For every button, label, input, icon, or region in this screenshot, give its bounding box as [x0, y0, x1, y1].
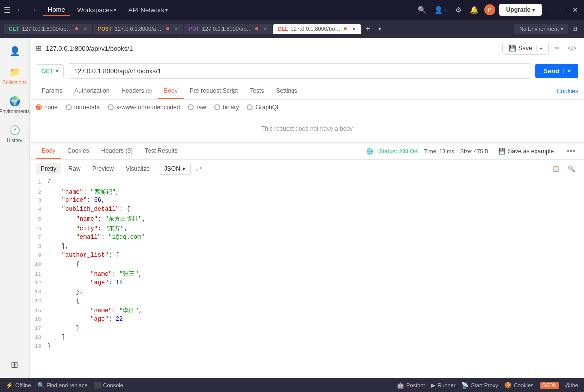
more-options-icon[interactable]: •••: [564, 146, 578, 157]
console-button[interactable]: ⬛ Console: [94, 382, 123, 389]
tab-dot-2: [255, 27, 258, 30]
close-tab-2[interactable]: ✕: [263, 26, 267, 32]
save-label: Save: [518, 45, 532, 52]
cookies-button[interactable]: 🍪 Cookies: [504, 382, 534, 389]
profile-icon[interactable]: P: [484, 4, 495, 15]
response-tab-cookies[interactable]: Cookies: [61, 143, 95, 159]
method-label-1: POST: [98, 26, 112, 32]
tab-settings[interactable]: Settings: [270, 83, 303, 99]
hamburger-icon[interactable]: ☰: [4, 5, 11, 15]
json-format-selector[interactable]: JSON ▾: [159, 163, 191, 175]
nav-tab-workspaces[interactable]: Workspaces ▾: [72, 4, 121, 16]
sidebar-item-collections[interactable]: 📁 Collections: [2, 63, 28, 90]
upgrade-button[interactable]: Upgrade ▾: [499, 4, 542, 16]
request-tab-0[interactable]: GET 127.0.0.1:8000/api/v1/b ✕: [4, 24, 92, 34]
nav-tab-home[interactable]: Home: [43, 4, 70, 16]
forward-button[interactable]: →: [28, 4, 40, 15]
user-badge: @the: [565, 382, 578, 388]
response-tab-test-results[interactable]: Test Results: [139, 143, 183, 159]
copy-icon[interactable]: 📋: [549, 163, 563, 174]
close-tab-3[interactable]: ✕: [352, 26, 356, 32]
body-option-form-data[interactable]: form-data: [66, 104, 100, 111]
tab-dot-3: [344, 27, 347, 30]
tab-body[interactable]: Body: [158, 83, 183, 99]
runner-icon: ▶: [431, 382, 435, 389]
wrap-icon[interactable]: ⇄: [193, 163, 205, 175]
tab-tests[interactable]: Tests: [244, 83, 270, 99]
add-tab-button[interactable]: +: [362, 24, 374, 33]
find-replace-button[interactable]: 🔍 Find and replace: [37, 382, 88, 389]
sidebar-item-profile[interactable]: 👤: [2, 42, 28, 61]
add-grid-icon: ⊞: [11, 359, 18, 370]
body-option-urlencoded[interactable]: x-www-form-urlencoded: [108, 104, 180, 111]
body-option-none[interactable]: none: [36, 104, 58, 111]
code-icon[interactable]: </>: [566, 43, 578, 54]
sidebar-item-environments[interactable]: 🌍 Environments: [2, 92, 28, 119]
runner-label: Runner: [437, 382, 455, 388]
format-raw[interactable]: Raw: [63, 163, 85, 174]
environment-label: No Environment: [519, 26, 559, 32]
grid-layout-icon[interactable]: ⊞: [569, 23, 580, 34]
method-selector[interactable]: GET ▾: [36, 64, 64, 78]
close-tab-0[interactable]: ✕: [83, 26, 87, 32]
sidebar-item-environments-label: Environments: [0, 109, 30, 115]
request-tab-2[interactable]: PUT 127.0.0.1:8000/api/v1/b ✕: [184, 24, 272, 34]
format-pretty[interactable]: Pretty: [36, 163, 61, 174]
environment-selector[interactable]: No Environment ▾: [514, 24, 568, 34]
tab-url-2: 127.0.0.1:8000/api/v1/b: [202, 26, 252, 32]
nav-tabs: Home Workspaces ▾ API Network ▾: [43, 4, 173, 16]
sidebar-item-history[interactable]: 🕐 History: [2, 121, 28, 148]
postbot-button[interactable]: 🤖 Postbot: [397, 382, 425, 389]
tab-params[interactable]: Params: [36, 83, 68, 99]
search-icon[interactable]: 🔍: [416, 4, 428, 16]
body-option-raw[interactable]: raw: [188, 104, 206, 111]
send-dropdown-icon[interactable]: ▾: [563, 68, 570, 74]
json-line: 17 }: [30, 324, 584, 333]
settings-icon[interactable]: ⚙: [453, 4, 464, 16]
cookies-link[interactable]: Cookies: [557, 88, 578, 95]
save-button[interactable]: 💾 Save ▾: [502, 42, 548, 55]
response-tab-headers[interactable]: Headers (9): [95, 143, 139, 159]
gsdn-badge[interactable]: GSDN: [540, 382, 559, 389]
proxy-icon: 📡: [461, 382, 469, 389]
sidebar-item-collections-label: Collections: [2, 80, 27, 86]
format-preview[interactable]: Preview: [87, 163, 119, 174]
tab-pre-request[interactable]: Pre-request Script: [184, 83, 244, 99]
cookies-label: Cookies: [514, 382, 534, 388]
minimize-icon[interactable]: −: [546, 4, 554, 16]
environments-icon: 🌍: [9, 96, 20, 107]
save-dropdown-icon[interactable]: ▾: [536, 46, 542, 51]
top-bar-nav: ← →: [14, 4, 40, 15]
json-line: 6 "city": "东方",: [30, 224, 584, 233]
runner-button[interactable]: ▶ Runner: [431, 382, 455, 389]
save-example-button[interactable]: 💾 Save as example: [494, 146, 558, 157]
top-bar: ☰ ← → Home Workspaces ▾ API Network ▾ 🔍 …: [0, 0, 584, 20]
json-line: 12 "age": 18: [30, 279, 584, 288]
start-proxy-button[interactable]: 📡 Start Proxy: [461, 382, 498, 389]
close-icon[interactable]: ✕: [570, 4, 580, 16]
sidebar-item-add[interactable]: ⊞: [2, 355, 28, 374]
add-user-icon[interactable]: 👤+: [432, 4, 449, 16]
body-option-graphql[interactable]: GraphQL: [247, 104, 280, 111]
json-line: 5 "name": "东方出版社",: [30, 214, 584, 224]
format-visualize[interactable]: Visualize: [121, 163, 155, 174]
back-button[interactable]: ←: [14, 4, 26, 15]
radio-none: [36, 104, 42, 110]
search-response-icon[interactable]: 🔍: [565, 163, 578, 174]
response-tab-body[interactable]: Body: [36, 143, 61, 159]
close-tab-1[interactable]: ✕: [174, 26, 178, 32]
nav-tab-api-network[interactable]: API Network ▾: [123, 4, 173, 16]
request-tab-1[interactable]: POST 127.0.0.1:8000/api/v1/ ✕: [93, 24, 183, 34]
edit-icon[interactable]: ✏: [553, 43, 562, 54]
request-tab-3[interactable]: DEL 127.0.0.1:8000/books/7 ✕: [273, 24, 361, 34]
body-option-binary[interactable]: binary: [214, 104, 239, 111]
send-button[interactable]: Send ▾: [535, 64, 578, 78]
tab-authorization[interactable]: Authorization: [68, 83, 115, 99]
user-icon: 👤: [9, 46, 20, 57]
offline-indicator[interactable]: ⚡ Offline: [6, 382, 31, 389]
bell-icon[interactable]: 🔔: [468, 4, 480, 16]
tab-more-button[interactable]: ▾: [375, 25, 384, 32]
url-input[interactable]: [68, 63, 532, 79]
tab-headers[interactable]: Headers (6): [115, 83, 158, 99]
maximize-icon[interactable]: □: [558, 4, 566, 16]
